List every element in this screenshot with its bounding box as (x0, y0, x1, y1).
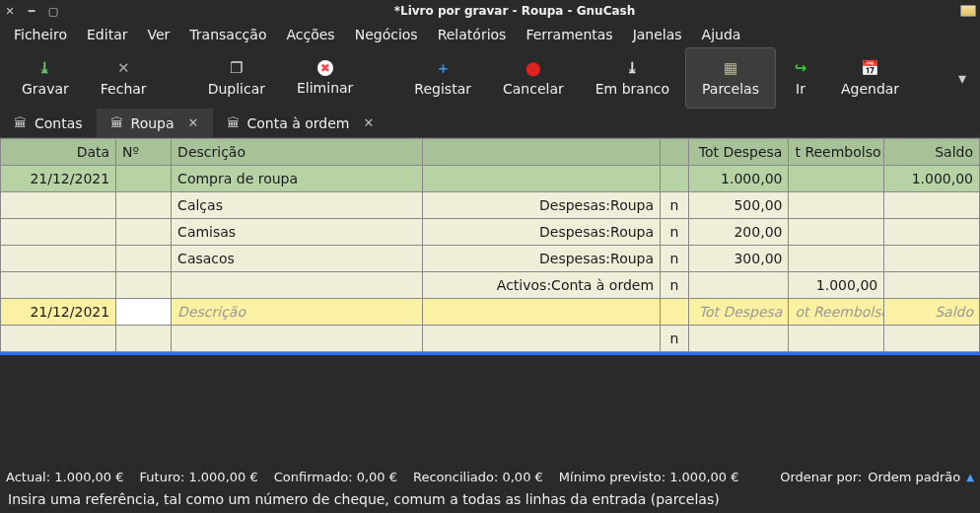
ledger-table[interactable]: Data Nº Descrição Tot Despesa t Reembols… (0, 138, 980, 352)
close-label: Fechar (101, 81, 147, 97)
split-row[interactable]: Activos:Conta à ordem n 1.000,00 (1, 272, 980, 299)
menu-transaccao[interactable]: Transacção (179, 23, 276, 46)
app-icon (960, 5, 976, 17)
window-title: *Livro por gravar - Roupa - GnuCash (69, 4, 960, 18)
schedule-button[interactable]: 📅 Agendar (825, 47, 915, 109)
split-row[interactable]: Casacos Despesas:Roupa n 300,00 (1, 246, 980, 272)
save-button[interactable]: ⤓ Gravar (6, 47, 85, 109)
cell-desc[interactable]: Compra de roupa (172, 166, 423, 192)
save-icon: ⤓ (36, 59, 54, 77)
hint-bar: Insira uma referência, tal como um númer… (0, 487, 980, 513)
menu-ferramentas[interactable]: Ferramentas (516, 23, 622, 46)
cell-debit[interactable]: 1.000,00 (688, 166, 789, 192)
col-saldo[interactable]: Saldo (884, 139, 980, 166)
blank-button[interactable]: ⤓ Em branco (580, 47, 685, 109)
splits-icon: ▦ (722, 59, 739, 77)
jump-icon: ↪ (792, 59, 809, 77)
menu-relatorios[interactable]: Relatórios (428, 23, 517, 46)
cell-balance[interactable]: 1.000,00 (884, 166, 980, 192)
cell-date[interactable]: 21/12/2021 (1, 166, 116, 192)
tab-label: Roupa (131, 115, 175, 131)
blank-split-row[interactable]: n (1, 326, 980, 352)
new-transaction-row[interactable]: 21/12/2021 Descrição Tot Despesa ot Reem… (1, 299, 980, 326)
col-no[interactable]: Nº (116, 139, 172, 166)
save-label: Gravar (22, 81, 69, 97)
schedule-label: Agendar (841, 81, 899, 97)
schedule-icon: 📅 (862, 59, 879, 77)
sort-arrow-icon[interactable]: ▲ (966, 472, 974, 482)
cell-no-focused[interactable] (116, 299, 172, 326)
status-futuro: Futuro: 1.000,00 € (140, 470, 258, 484)
col-descricao[interactable]: Descrição (172, 139, 423, 166)
duplicate-label: Duplicar (208, 81, 265, 97)
col-n[interactable] (661, 139, 689, 166)
tab-label: Contas (35, 115, 83, 131)
tab-close-icon[interactable]: ✕ (363, 115, 374, 130)
menu-ficheiro[interactable]: Ficheiro (4, 23, 77, 46)
delete-icon: ✖ (317, 60, 333, 76)
duplicate-button[interactable]: ❐ Duplicar (192, 47, 281, 109)
tab-label: Conta à ordem (247, 115, 350, 131)
split-row[interactable]: Camisas Despesas:Roupa n 200,00 (1, 219, 980, 246)
status-confirmado: Confirmado: 0,00 € (274, 470, 397, 484)
title-bar: ✕ ━ ▢ *Livro por gravar - Roupa - GnuCas… (0, 0, 980, 22)
transaction-row[interactable]: 21/12/2021 Compra de roupa 1.000,00 1.00… (1, 166, 980, 192)
status-reconciliado: Reconciliado: 0,00 € (413, 470, 543, 484)
bank-icon: 🏛 (110, 115, 123, 130)
menu-accoes[interactable]: Acções (276, 23, 344, 46)
sort-label: Ordenar por: (780, 470, 862, 484)
tab-bar: 🏛 Contas 🏛 Roupa ✕ 🏛 Conta à ordem ✕ (0, 109, 980, 138)
col-conta[interactable] (422, 139, 660, 166)
enter-label: Registar (414, 81, 471, 97)
menu-editar[interactable]: Editar (77, 23, 137, 46)
toolbar-overflow-icon[interactable]: ▾ (950, 47, 974, 109)
close-button[interactable]: ✕ Fechar (85, 47, 163, 109)
bank-icon: 🏛 (227, 115, 240, 130)
menu-ajuda[interactable]: Ajuda (692, 23, 751, 46)
menu-ver[interactable]: Ver (137, 23, 179, 46)
tab-roupa[interactable]: 🏛 Roupa ✕ (97, 109, 213, 137)
ledger: Data Nº Descrição Tot Despesa t Reembols… (0, 138, 980, 466)
bank-icon: 🏛 (14, 115, 27, 130)
col-data[interactable]: Data (1, 139, 116, 166)
cell-no[interactable] (116, 166, 172, 192)
menu-bar: Ficheiro Editar Ver Transacção Acções Ne… (0, 22, 980, 47)
splits-label: Parcelas (702, 81, 759, 97)
tab-conta-ordem[interactable]: 🏛 Conta à ordem ✕ (213, 109, 388, 137)
menu-negocios[interactable]: Negócios (345, 23, 428, 46)
status-actual: Actual: 1.000,00 € (6, 470, 124, 484)
cancel-button[interactable]: ⬤ Cancelar (487, 47, 580, 109)
cancel-label: Cancelar (503, 81, 564, 97)
splits-button[interactable]: ▦ Parcelas (685, 47, 776, 109)
col-tot-despesa[interactable]: Tot Despesa (688, 139, 789, 166)
jump-button[interactable]: ↪ Ir (776, 47, 825, 109)
blank-label: Em branco (595, 81, 669, 97)
sort-value[interactable]: Ordem padrão (868, 470, 960, 484)
close-icon: ✕ (114, 59, 132, 77)
col-tot-reembolso[interactable]: t Reembolso (789, 139, 884, 166)
window-maximize-icon[interactable]: ▢ (47, 5, 59, 17)
jump-label: Ir (796, 81, 805, 97)
duplicate-icon: ❐ (228, 59, 245, 77)
plus-icon: ＋ (434, 59, 452, 77)
window-minimize-icon[interactable]: ━ (26, 5, 37, 17)
blank-icon: ⤓ (623, 59, 641, 77)
menu-janelas[interactable]: Janelas (623, 23, 692, 46)
cell-date[interactable]: 21/12/2021 (1, 299, 116, 326)
delete-label: Eliminar (297, 80, 353, 96)
tab-contas[interactable]: 🏛 Contas (0, 109, 97, 137)
status-minimo: Mínimo previsto: 1.000,00 € (559, 470, 739, 484)
toolbar: ⤓ Gravar ✕ Fechar ❐ Duplicar ✖ Eliminar … (0, 47, 980, 109)
window-close-icon[interactable]: ✕ (4, 5, 16, 17)
split-row[interactable]: Calças Despesas:Roupa n 500,00 (1, 192, 980, 219)
header-row: Data Nº Descrição Tot Despesa t Reembols… (1, 139, 980, 166)
enter-button[interactable]: ＋ Registar (398, 47, 487, 109)
status-bar: Actual: 1.000,00 € Futuro: 1.000,00 € Co… (0, 466, 980, 487)
tab-close-icon[interactable]: ✕ (188, 115, 199, 130)
ledger-empty-area (0, 355, 980, 466)
cancel-icon: ⬤ (525, 59, 542, 77)
delete-button[interactable]: ✖ Eliminar (281, 47, 369, 109)
